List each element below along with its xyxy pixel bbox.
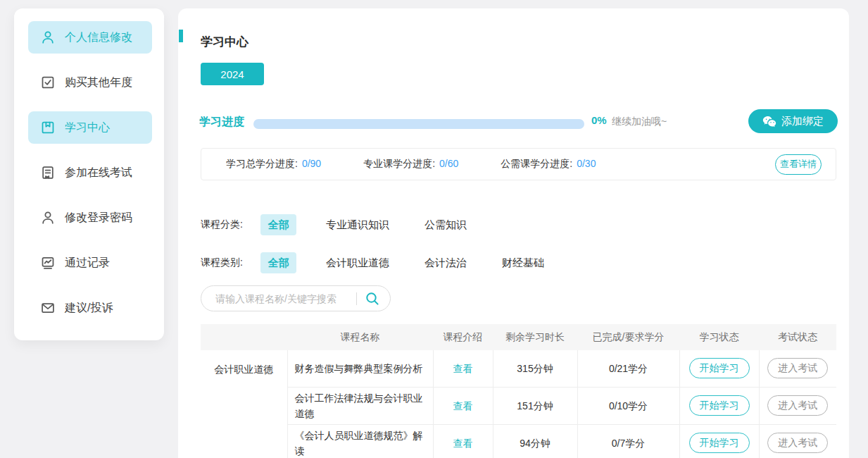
major-credit-value: 0/60	[439, 158, 458, 169]
sidebar-item-label: 购买其他年度	[65, 75, 132, 90]
course-name: 财务造假与舞弊典型案例分析	[287, 350, 433, 387]
add-binding-label: 添加绑定	[781, 115, 824, 128]
header-exam-status: 考试状态	[759, 324, 836, 350]
credit-progress: 0/7学分	[577, 424, 679, 458]
header-group	[201, 324, 287, 350]
start-study-button[interactable]: 开始学习	[689, 395, 750, 416]
search-input[interactable]	[215, 293, 353, 304]
remaining-time: 151分钟	[493, 387, 577, 424]
title-accent-bar	[179, 30, 183, 42]
credit-summary-box: 学习总学分进度:0/90 专业课学分进度:0/60 公需课学分进度:0/30 查…	[201, 148, 836, 180]
sidebar-item-label: 修改登录密码	[65, 211, 132, 225]
sidebar: 个人信息修改 购买其他年度 学习中心 参加在线考试 修改	[14, 8, 164, 340]
sidebar-item-feedback[interactable]: 建议/投诉	[28, 292, 152, 324]
public-credit-value: 0/30	[577, 158, 596, 169]
course-group-label: 会计职业道德	[201, 350, 287, 458]
search-button[interactable]	[365, 291, 380, 307]
header-course-name: 课程名称	[287, 324, 433, 350]
user-icon	[40, 210, 56, 225]
view-intro-link[interactable]: 查看	[453, 438, 473, 449]
course-search-box	[201, 285, 391, 311]
table-row: 会计工作法律法规与会计职业道德 查看 151分钟 0/10学分 开始学习 进入考…	[201, 387, 836, 424]
sidebar-item-pass-records[interactable]: 通过记录	[28, 247, 152, 279]
start-study-button[interactable]: 开始学习	[689, 433, 750, 453]
sidebar-item-buy-years[interactable]: 购买其他年度	[28, 66, 152, 99]
total-credit-progress: 学习总学分进度:0/90	[226, 158, 321, 171]
learning-center-panel: 学习中心 2024 学习进度 0% 继续加油哦~ 添加绑定 学习总学分进度:0/…	[178, 8, 849, 458]
course-name: 会计工作法律法规与会计职业道德	[287, 387, 433, 424]
view-intro-link[interactable]: 查看	[453, 363, 473, 374]
total-credit-value: 0/90	[302, 158, 321, 169]
filter-option-accounting-law[interactable]: 会计法治	[419, 252, 472, 273]
page-title: 学习中心	[201, 34, 249, 50]
filter-option-professional-general[interactable]: 专业通识知识	[320, 214, 395, 235]
view-details-button[interactable]: 查看详情	[775, 154, 822, 175]
sidebar-item-online-exam[interactable]: 参加在线考试	[28, 156, 152, 189]
bookmark-icon	[40, 120, 56, 135]
header-credits: 已完成/要求学分	[577, 324, 679, 350]
enter-exam-button[interactable]: 进入考试	[767, 395, 828, 416]
sidebar-item-label: 通过记录	[65, 256, 110, 271]
exam-doc-icon	[40, 165, 56, 180]
view-intro-link[interactable]: 查看	[453, 400, 473, 411]
remaining-time: 94分钟	[493, 424, 577, 458]
header-study-status: 学习状态	[679, 324, 759, 350]
credit-progress: 0/21学分	[577, 350, 679, 387]
progress-bar	[253, 119, 584, 129]
course-type-filter: 课程类别: 全部 会计职业道德 会计法治 财经基础	[201, 252, 574, 273]
filter-option-all[interactable]: 全部	[260, 214, 296, 235]
add-binding-button[interactable]: 添加绑定	[748, 109, 838, 133]
user-icon	[40, 30, 56, 45]
search-divider	[356, 292, 357, 305]
search-icon	[365, 291, 380, 307]
public-credit-progress: 公需课学分进度:0/30	[501, 158, 596, 171]
remaining-time: 315分钟	[493, 350, 577, 387]
course-table: 课程名称 课程介绍 剩余学习时长 已完成/要求学分 学习状态 考试状态 会计职业…	[201, 324, 836, 458]
filter-option-finance-basics[interactable]: 财经基础	[496, 252, 550, 273]
sidebar-item-label: 学习中心	[65, 120, 110, 135]
progress-percent: 0%	[591, 114, 607, 126]
envelope-icon	[40, 300, 56, 316]
progress-note: 继续加油哦~	[612, 116, 667, 128]
chart-icon	[40, 255, 56, 271]
sidebar-item-label: 个人信息修改	[65, 30, 132, 45]
sidebar-item-learning-center[interactable]: 学习中心	[28, 111, 152, 144]
sidebar-item-label: 建议/投诉	[65, 301, 113, 316]
course-category-filter: 课程分类: 全部 专业通识知识 公需知识	[201, 214, 496, 235]
filter-label: 课程分类:	[201, 218, 260, 231]
wechat-icon	[762, 116, 776, 128]
table-row: 会计职业道德 财务造假与舞弊典型案例分析 查看 315分钟 0/21学分 开始学…	[201, 350, 836, 387]
sidebar-item-label: 参加在线考试	[65, 166, 132, 180]
checkbox-icon	[40, 75, 56, 90]
enter-exam-button[interactable]: 进入考试	[767, 358, 828, 378]
filter-option-accounting-ethics[interactable]: 会计职业道德	[320, 252, 395, 273]
course-name: 《会计人员职业道德规范》解读	[287, 424, 433, 458]
table-header-row: 课程名称 课程介绍 剩余学习时长 已完成/要求学分 学习状态 考试状态	[201, 324, 836, 350]
table-row: 《会计人员职业道德规范》解读 查看 94分钟 0/7学分 开始学习 进入考试	[201, 424, 836, 458]
credit-progress: 0/10学分	[577, 387, 679, 424]
sidebar-item-profile[interactable]: 个人信息修改	[28, 21, 152, 54]
header-course-intro: 课程介绍	[433, 324, 493, 350]
major-credit-progress: 专业课学分进度:0/60	[363, 158, 458, 171]
enter-exam-button[interactable]: 进入考试	[767, 433, 828, 453]
start-study-button[interactable]: 开始学习	[689, 358, 750, 378]
filter-option-all[interactable]: 全部	[260, 252, 296, 273]
year-tab-2024[interactable]: 2024	[201, 63, 264, 85]
filter-option-public-knowledge[interactable]: 公需知识	[419, 214, 472, 235]
header-remaining-time: 剩余学习时长	[493, 324, 577, 350]
progress-label: 学习进度	[199, 115, 244, 130]
sidebar-item-change-password[interactable]: 修改登录密码	[28, 202, 152, 234]
filter-label: 课程类别:	[201, 256, 260, 269]
